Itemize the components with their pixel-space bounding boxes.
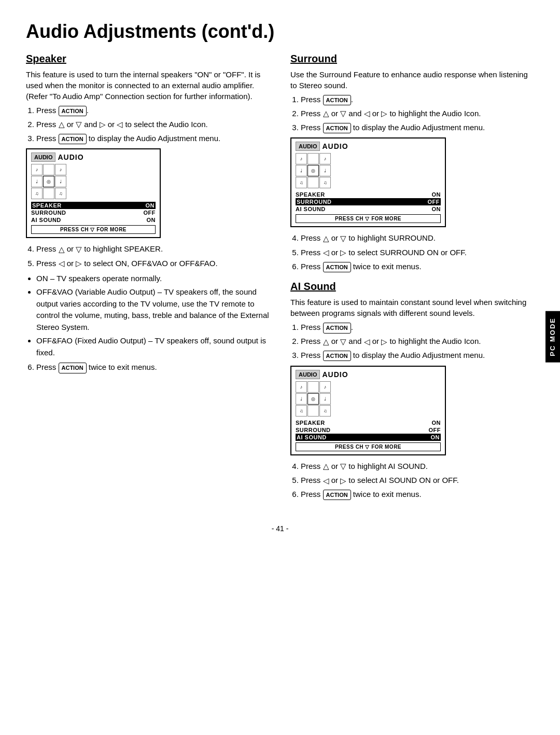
surr-action-6: ACTION <box>323 262 351 273</box>
ai-right: ▷ <box>381 336 387 348</box>
ai-step-1: Press ACTION. <box>301 322 534 334</box>
aisound-label-s: AI SOUND <box>31 217 61 223</box>
icon-cell-3: ♪ <box>55 164 66 175</box>
ai-aisound-value: ON <box>431 434 440 440</box>
speaker-step-4: Press △ or ▽ to highlight SPEAKER. <box>36 243 270 255</box>
surr-down: ▽ <box>340 108 346 120</box>
surr-audio-menu-title: AUDIO <box>322 142 348 150</box>
icon-cell-7: ♫ <box>31 188 43 199</box>
ai-sound-section: AI Sound This feature is used to maintai… <box>290 281 534 500</box>
speaker-heading: Speaker <box>26 53 270 65</box>
action-icon-1: ACTION <box>59 106 87 117</box>
aisound-row-s: AI SOUND ON <box>31 216 156 224</box>
surr-audio-icon-grid: ♪ ♪ ♩ ◎ ♩ ♫ ♫ <box>296 153 441 188</box>
ai-icon-1: ♪ <box>296 381 307 393</box>
speaker-step-2: Press △ or ▽ and ▷ or ◁ to select the Au… <box>36 119 270 131</box>
speaker-step-6: Press ACTION twice to exit menus. <box>36 362 270 373</box>
ai-speaker-label: SPEAKER <box>296 420 325 426</box>
speaker-value: ON <box>146 202 155 209</box>
pc-mode-tab: PC MODE <box>545 311 560 363</box>
ai-steps-cont: Press △ or ▽ to highlight AI SOUND. Pres… <box>301 461 534 501</box>
surround-heading: Surround <box>290 53 534 65</box>
ai-surround-value: OFF <box>429 427 441 433</box>
page-title: Audio Adjustments (cont'd.) <box>26 21 534 43</box>
surround-step-2: Press △ or ▽ and ◁ or ▷ to highlight the… <box>301 108 534 120</box>
surr-surround-label: SURROUND <box>297 199 332 205</box>
surr-aisound-label: AI SOUND <box>296 206 326 212</box>
surr-aisound-row: AI SOUND ON <box>296 205 441 213</box>
right-column: Surround Use the Surround Feature to enh… <box>290 53 534 509</box>
ai-icon-2 <box>307 381 319 393</box>
down-icon: ▽ <box>76 119 82 131</box>
surround-intro: Use the Surround Feature to enhance audi… <box>290 69 534 91</box>
icon-cell-5: ◎ <box>43 176 54 187</box>
surr-icon-9: ♫ <box>319 177 331 188</box>
left-icon: ◁ <box>117 119 123 131</box>
surr-left: ◁ <box>364 108 370 120</box>
surr-right: ▷ <box>381 108 387 120</box>
ai-icon-7: ♫ <box>296 405 307 417</box>
surr-icon-3: ♪ <box>319 153 331 164</box>
surr-up: △ <box>323 108 329 120</box>
surround-step-1: Press ACTION. <box>301 94 534 106</box>
speaker-menu-box: AUDIO AUDIO ♪ ♪ ♩ ◎ ♩ ♫ ♫ SPEAKER ON <box>26 148 161 238</box>
surr-icon-1: ♪ <box>296 153 307 164</box>
speaker-step-5: Press ◁ or ▷ to select ON, OFF&VAO or OF… <box>36 258 270 270</box>
speaker-label: SPEAKER <box>32 202 62 209</box>
ai-aisound-row: AI SOUND ON <box>296 434 441 441</box>
surr-aisound-value: ON <box>432 206 441 212</box>
surr-icon-4: ♩ <box>296 165 307 176</box>
surr-surround-row: SURROUND OFF <box>296 198 441 205</box>
ai-action-3: ACTION <box>323 351 351 362</box>
ai-up-4: △ <box>323 461 329 473</box>
surr-speaker-label: SPEAKER <box>296 191 325 198</box>
right-icon: ▷ <box>100 119 106 131</box>
surr-speaker-value: ON <box>432 191 441 198</box>
speaker-step-6-list: Press ACTION twice to exit menus. <box>36 362 270 373</box>
icon-cell-4: ♩ <box>31 176 43 187</box>
surr-action-3: ACTION <box>323 123 351 134</box>
ai-sound-intro: This feature is used to maintain constan… <box>290 297 534 318</box>
surround-menu-box: AUDIO AUDIO ♪ ♪ ♩ ◎ ♩ ♫ ♫ <box>290 137 446 227</box>
ai-speaker-row: SPEAKER ON <box>296 419 441 426</box>
ai-icon-8 <box>307 405 319 417</box>
up-icon-4: △ <box>59 244 65 256</box>
surr-left-5: ◁ <box>323 247 329 259</box>
audio-menu-title: AUDIO <box>58 153 83 161</box>
left-icon-5: ◁ <box>59 258 65 270</box>
speaker-section: Speaker This feature is used to turn the… <box>26 53 270 509</box>
ai-action-1: ACTION <box>323 323 351 334</box>
surround-section: Surround Use the Surround Feature to enh… <box>290 53 534 272</box>
ai-sound-steps: Press ACTION. Press △ or ▽ and ◁ or ▷ to… <box>301 322 534 361</box>
surr-action-1: ACTION <box>323 95 351 106</box>
surr-right-5: ▷ <box>340 247 346 259</box>
ai-left: ◁ <box>364 336 370 348</box>
ai-down-4: ▽ <box>340 461 346 473</box>
ai-surround-row: SURROUND OFF <box>296 426 441 434</box>
speaker-step-3: Press ACTION to display the Audio Adjust… <box>36 133 270 145</box>
audio-icon-grid: ♪ ♪ ♩ ◎ ♩ ♫ ♫ <box>31 164 156 199</box>
speaker-bullet-on: ON – TV speakers operate normally. <box>36 273 270 285</box>
speaker-row: SPEAKER ON <box>31 202 156 209</box>
surr-icon-5: ◎ <box>307 165 319 176</box>
ai-up: △ <box>323 336 329 348</box>
speaker-step-1: Press ACTION. <box>36 105 270 117</box>
right-icon-5: ▷ <box>76 258 82 270</box>
speaker-bullet-vao: OFF&VAO (Variable Audio Output) – TV spe… <box>36 286 270 333</box>
ai-icon-9: ♫ <box>319 405 331 417</box>
aisound-value-s: ON <box>147 217 156 223</box>
ai-down: ▽ <box>340 336 346 348</box>
action-icon-6: ACTION <box>59 363 87 373</box>
ai-icon-6: ♩ <box>319 393 331 405</box>
speaker-intro: This feature is used to turn the interna… <box>26 69 270 102</box>
surr-icon-8 <box>307 177 319 188</box>
surround-row-s: SURROUND OFF <box>31 209 156 216</box>
ai-surround-label: SURROUND <box>296 427 331 433</box>
ai-step-6: Press ACTION twice to exit menus. <box>301 489 534 501</box>
ai-left-5: ◁ <box>323 475 329 487</box>
surr-down-4: ▽ <box>340 233 346 245</box>
surr-icon-2 <box>307 153 319 164</box>
icon-cell-8 <box>43 188 54 199</box>
surround-value-s: OFF <box>144 210 156 216</box>
surround-label-s: SURROUND <box>31 210 66 216</box>
